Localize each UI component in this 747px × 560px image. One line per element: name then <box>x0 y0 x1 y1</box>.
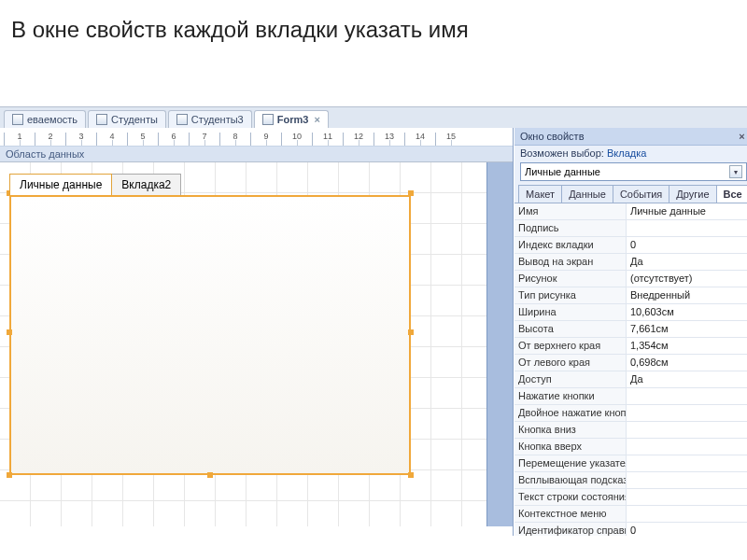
property-value[interactable]: Внедренный <box>627 287 747 303</box>
property-row[interactable]: Индекс вкладки0 <box>514 237 747 254</box>
form-tab-control[interactable]: Личные данныеВкладка2 <box>9 174 411 475</box>
property-row[interactable]: Ширина10,603см <box>514 304 747 321</box>
property-row[interactable]: От левого края0,698см <box>514 355 747 371</box>
property-value[interactable] <box>627 455 747 471</box>
selection-type-row: Возможен выбор: Вкладка <box>514 146 747 161</box>
form-tab-body[interactable] <box>9 195 411 475</box>
canvas-right-pad <box>486 162 513 526</box>
property-name: Кнопка вверх <box>514 439 627 455</box>
property-value[interactable]: 1,354см <box>627 338 747 354</box>
property-category-tabs: МакетДанныеСобытияДругиеВсе <box>514 185 747 203</box>
property-row[interactable]: Идентификатор справки0 <box>514 523 747 536</box>
property-name: Высота <box>514 321 627 337</box>
property-name: Рисунок <box>514 271 627 287</box>
property-row[interactable]: Кнопка вниз <box>514 422 747 439</box>
document-tab-label: Студенты3 <box>191 114 244 125</box>
document-tab[interactable]: Студенты3 <box>168 110 252 128</box>
form-icon <box>96 114 107 125</box>
property-row[interactable]: Текст строки состояния <box>514 489 747 506</box>
property-value[interactable] <box>627 220 747 236</box>
property-row[interactable]: Всплывающая подсказка <box>514 472 747 489</box>
property-value[interactable] <box>627 439 747 455</box>
property-name: Перемещение указателя <box>514 455 627 471</box>
property-row[interactable]: Высота7,661см <box>514 321 747 338</box>
property-value[interactable]: Личные данные <box>627 203 747 219</box>
design-canvas-pane: 123456789101112131415 Область данных Лич… <box>0 128 514 536</box>
property-row[interactable]: Нажатие кнопки <box>514 388 747 405</box>
property-value[interactable]: Да <box>627 371 747 387</box>
property-value[interactable] <box>627 422 747 438</box>
property-value[interactable] <box>627 472 747 488</box>
property-value[interactable]: 0 <box>627 237 747 253</box>
selection-handle[interactable] <box>7 329 12 335</box>
property-name: Двойное нажатие кнопки <box>514 405 627 421</box>
document-tab[interactable]: Form3× <box>254 110 329 128</box>
property-value[interactable]: 0,698см <box>627 355 747 371</box>
property-value[interactable]: Да <box>627 254 747 270</box>
property-row[interactable]: Контекстное меню <box>514 506 747 523</box>
ruler-tick: 1 <box>4 133 35 146</box>
property-row[interactable]: Вывод на экранДа <box>514 254 747 271</box>
document-tab[interactable]: Студенты <box>88 110 166 128</box>
chevron-down-icon[interactable]: ▾ <box>729 165 742 178</box>
object-selector-value: Личные данные <box>525 166 600 177</box>
property-row[interactable]: Двойное нажатие кнопки <box>514 405 747 422</box>
ruler-tick: 14 <box>404 133 435 146</box>
property-value[interactable]: 10,603см <box>627 304 747 320</box>
property-category-tab[interactable]: Данные <box>561 185 613 203</box>
ruler-tick: 15 <box>435 133 466 146</box>
selection-handle[interactable] <box>408 472 414 478</box>
ruler-tick: 13 <box>374 133 404 146</box>
section-header: Область данных <box>0 147 513 162</box>
app-window: еваемостьСтудентыСтуденты3Form3× 1234567… <box>0 106 747 536</box>
property-category-tab[interactable]: События <box>613 185 669 203</box>
document-tab-label: еваемость <box>27 114 78 125</box>
property-name: Нажатие кнопки <box>514 388 627 404</box>
property-category-tab[interactable]: Все <box>716 185 747 203</box>
slide-title: В окне свойств каждой вкладки указать им… <box>0 0 747 71</box>
form-page-tab[interactable]: Вкладка2 <box>111 174 181 195</box>
property-row[interactable]: Перемещение указателя <box>514 455 747 472</box>
property-category-tab[interactable]: Другие <box>669 185 716 203</box>
property-row[interactable]: От верхнего края1,354см <box>514 338 747 355</box>
property-value[interactable] <box>627 506 747 522</box>
ruler-tick: 9 <box>250 133 281 146</box>
property-grid[interactable]: ИмяЛичные данныеПодписьИндекс вкладки0Вы… <box>514 203 747 536</box>
selection-type-label: Возможен выбор: <box>520 147 604 159</box>
object-selector-dropdown[interactable]: Личные данные ▾ <box>520 162 747 181</box>
ruler-tick: 10 <box>281 133 312 146</box>
selection-handle[interactable] <box>408 329 414 335</box>
properties-pane: Окно свойств × Возможен выбор: Вкладка Л… <box>514 128 747 536</box>
property-name: Имя <box>514 203 627 219</box>
canvas-area[interactable]: Личные данныеВкладка2 <box>0 162 513 526</box>
close-icon[interactable]: × <box>314 114 319 125</box>
property-row[interactable]: Подпись <box>514 220 747 237</box>
selection-handle[interactable] <box>7 472 12 478</box>
ruler-tick: 7 <box>189 133 219 146</box>
document-tab[interactable]: еваемость <box>4 110 86 128</box>
property-row[interactable]: ИмяЛичные данные <box>514 203 747 220</box>
property-category-tab[interactable]: Макет <box>518 185 562 203</box>
property-name: Идентификатор справки <box>514 523 627 536</box>
property-value[interactable] <box>627 489 747 505</box>
selection-type-value: Вкладка <box>607 147 646 159</box>
ruler-tick: 11 <box>312 133 343 146</box>
ruler-tick: 8 <box>219 133 250 146</box>
property-name: Индекс вкладки <box>514 237 627 253</box>
property-row[interactable]: Кнопка вверх <box>514 439 747 455</box>
property-row[interactable]: Тип рисункаВнедренный <box>514 287 747 304</box>
document-tab-label: Form3 <box>277 114 309 125</box>
form-page-tab[interactable]: Личные данные <box>9 174 112 195</box>
close-icon[interactable]: × <box>737 131 746 142</box>
selection-handle[interactable] <box>207 472 213 478</box>
form-tab-strip: Личные данныеВкладка2 <box>9 174 411 195</box>
property-value[interactable]: (отсутствует) <box>627 271 747 287</box>
property-value[interactable] <box>627 388 747 404</box>
property-value[interactable] <box>627 405 747 421</box>
ruler-tick: 5 <box>127 133 158 146</box>
property-value[interactable]: 7,661см <box>627 321 747 337</box>
selection-handle[interactable] <box>408 190 414 196</box>
property-value[interactable]: 0 <box>627 523 747 536</box>
property-row[interactable]: Рисунок(отсутствует) <box>514 271 747 287</box>
property-row[interactable]: ДоступДа <box>514 371 747 388</box>
